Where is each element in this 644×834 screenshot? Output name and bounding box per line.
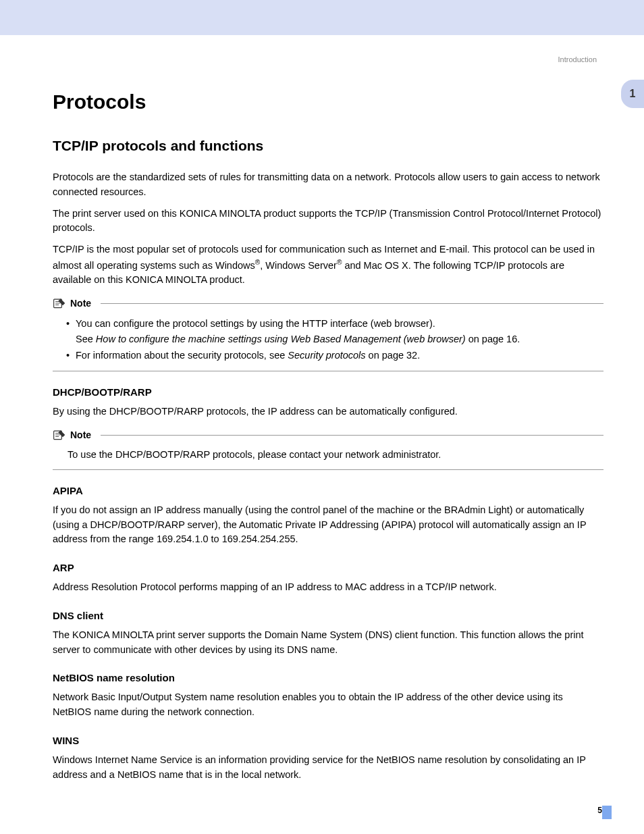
note-icon: [53, 297, 66, 309]
note-b2-a: For information about the security proto…: [76, 350, 288, 361]
page-number: 5: [597, 806, 602, 815]
breadcrumb: Introduction: [53, 55, 603, 63]
note-list: You can configure the protocol settings …: [62, 316, 603, 363]
heading-netbios: NetBIOS name resolution: [53, 672, 603, 683]
note-dhcp-text: To use the DHCP/BOOTP/RARP protocols, pl…: [62, 448, 603, 463]
body-apipa: If you do not assign an IP address manua…: [53, 503, 603, 547]
heading-arp: ARP: [53, 562, 603, 573]
body-netbios: Network Basic Input/Output System name r…: [53, 690, 603, 720]
body-arp: Address Resolution Protocol performs map…: [53, 580, 603, 595]
note-label: Note: [70, 298, 91, 309]
note-b2-link[interactable]: Security protocols: [288, 350, 365, 361]
heading-wins: WINS: [53, 735, 603, 746]
note-rule: [101, 303, 603, 304]
note-block-1: Note You can configure the protocol sett…: [53, 297, 603, 371]
note-b1-l1: You can configure the protocol settings …: [76, 318, 435, 329]
page-title: Protocols: [53, 90, 603, 113]
content-area: Introduction Protocols TCP/IP protocols …: [0, 35, 644, 816]
note-body: To use the DHCP/BOOTP/RARP protocols, pl…: [53, 445, 603, 470]
note-rule: [101, 435, 603, 436]
note-header: Note: [53, 297, 603, 309]
body-wins: Windows Internet Name Service is an info…: [53, 753, 603, 783]
page: 1 Introduction Protocols TCP/IP protocol…: [0, 0, 644, 834]
heading-dhcp: DHCP/BOOTP/RARP: [53, 386, 603, 398]
note-bullet-2: For information about the security proto…: [66, 348, 603, 363]
body-dns: The KONICA MINOLTA print server supports…: [53, 628, 603, 658]
intro-para-2: The print server used on this KONICA MIN…: [53, 207, 603, 236]
note-bullet-1: You can configure the protocol settings …: [66, 316, 603, 346]
intro-p3-mid: , Windows Server: [260, 260, 337, 271]
page-corner-marker: [602, 806, 612, 819]
note-b1-l2-link[interactable]: How to configure the machine settings us…: [96, 334, 466, 344]
note-b1-l2a: See: [76, 334, 96, 344]
section-heading-tcpip: TCP/IP protocols and functions: [53, 138, 603, 154]
note-body: You can configure the protocol settings …: [53, 313, 603, 371]
top-band: [0, 0, 644, 35]
heading-apipa: APIPA: [53, 485, 603, 496]
intro-para-1: Protocols are the standardized sets of r…: [53, 170, 603, 200]
body-dhcp: By using the DHCP/BOOTP/RARP protocols, …: [53, 405, 603, 419]
note-b2-c: on page 32.: [366, 350, 421, 361]
note-b1-l2c: on page 16.: [466, 334, 520, 344]
note-label: Note: [70, 429, 91, 440]
note-icon: [53, 429, 66, 441]
note-header: Note: [53, 429, 603, 441]
intro-para-3: TCP/IP is the most popular set of protoc…: [53, 242, 603, 288]
note-block-2: Note To use the DHCP/BOOTP/RARP protocol…: [53, 429, 603, 470]
heading-dns: DNS client: [53, 610, 603, 621]
